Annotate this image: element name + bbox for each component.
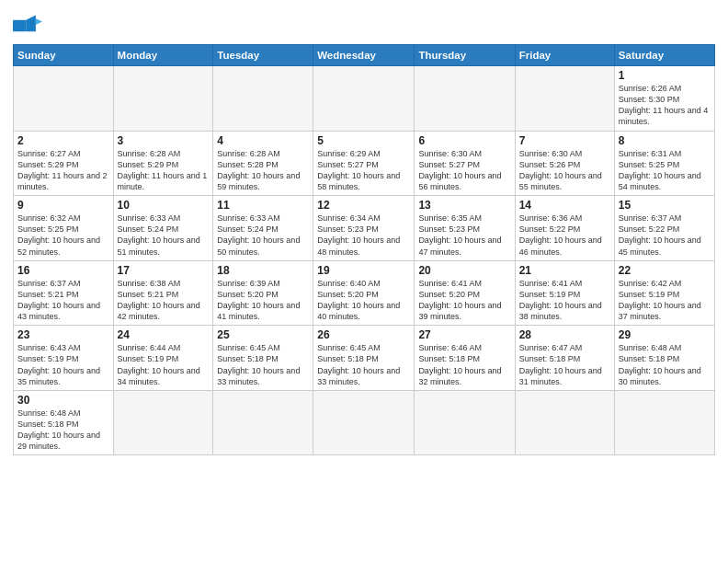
- week-row-0: 1Sunrise: 6:26 AM Sunset: 5:30 PM Daylig…: [14, 66, 715, 132]
- day-cell: 9Sunrise: 6:32 AM Sunset: 5:25 PM Daylig…: [14, 196, 114, 261]
- day-cell: 19Sunrise: 6:40 AM Sunset: 5:20 PM Dayli…: [313, 260, 415, 326]
- day-info: Sunrise: 6:42 AM Sunset: 5:19 PM Dayligh…: [619, 278, 711, 323]
- day-number: 9: [17, 199, 109, 212]
- day-number: 28: [519, 328, 610, 341]
- day-number: 24: [118, 328, 210, 341]
- day-info: Sunrise: 6:37 AM Sunset: 5:22 PM Dayligh…: [619, 213, 711, 258]
- day-cell: 26Sunrise: 6:45 AM Sunset: 5:18 PM Dayli…: [313, 326, 415, 391]
- weekday-header-saturday: Saturday: [614, 45, 714, 66]
- day-cell: [213, 66, 313, 132]
- day-cell: 27Sunrise: 6:46 AM Sunset: 5:18 PM Dayli…: [415, 326, 515, 391]
- day-cell: [313, 390, 415, 455]
- logo: [13, 13, 46, 39]
- day-cell: 11Sunrise: 6:33 AM Sunset: 5:24 PM Dayli…: [213, 196, 313, 261]
- day-cell: 28Sunrise: 6:47 AM Sunset: 5:18 PM Dayli…: [515, 326, 614, 391]
- day-number: 17: [118, 264, 210, 277]
- day-number: 10: [118, 199, 210, 212]
- day-cell: [14, 66, 114, 132]
- day-number: 29: [619, 328, 711, 341]
- day-info: Sunrise: 6:26 AM Sunset: 5:30 PM Dayligh…: [619, 83, 711, 128]
- day-cell: 1Sunrise: 6:26 AM Sunset: 5:30 PM Daylig…: [614, 66, 714, 132]
- day-cell: [213, 390, 313, 455]
- day-cell: [113, 390, 213, 455]
- day-info: Sunrise: 6:36 AM Sunset: 5:22 PM Dayligh…: [519, 213, 610, 258]
- day-info: Sunrise: 6:48 AM Sunset: 5:18 PM Dayligh…: [17, 408, 109, 453]
- day-cell: 7Sunrise: 6:30 AM Sunset: 5:26 PM Daylig…: [515, 131, 614, 196]
- day-number: 12: [317, 199, 410, 212]
- day-number: 8: [619, 134, 711, 147]
- day-cell: 17Sunrise: 6:38 AM Sunset: 5:21 PM Dayli…: [113, 260, 213, 326]
- calendar-table: SundayMondayTuesdayWednesdayThursdayFrid…: [13, 44, 715, 455]
- day-cell: 24Sunrise: 6:44 AM Sunset: 5:19 PM Dayli…: [113, 326, 213, 391]
- day-cell: 23Sunrise: 6:43 AM Sunset: 5:19 PM Dayli…: [14, 326, 114, 391]
- day-cell: 2Sunrise: 6:27 AM Sunset: 5:29 PM Daylig…: [14, 131, 114, 196]
- day-info: Sunrise: 6:30 AM Sunset: 5:26 PM Dayligh…: [519, 148, 610, 193]
- day-cell: 18Sunrise: 6:39 AM Sunset: 5:20 PM Dayli…: [213, 260, 313, 326]
- day-cell: 4Sunrise: 6:28 AM Sunset: 5:28 PM Daylig…: [213, 131, 313, 196]
- day-number: 2: [17, 134, 109, 147]
- day-number: 21: [519, 264, 610, 277]
- day-number: 25: [217, 328, 309, 341]
- day-cell: [415, 66, 515, 132]
- day-info: Sunrise: 6:41 AM Sunset: 5:20 PM Dayligh…: [418, 278, 510, 323]
- day-cell: 22Sunrise: 6:42 AM Sunset: 5:19 PM Dayli…: [614, 260, 714, 326]
- day-info: Sunrise: 6:41 AM Sunset: 5:19 PM Dayligh…: [519, 278, 610, 323]
- day-cell: 29Sunrise: 6:48 AM Sunset: 5:18 PM Dayli…: [614, 326, 714, 391]
- weekday-header-thursday: Thursday: [415, 45, 515, 66]
- weekday-header-monday: Monday: [113, 45, 213, 66]
- day-cell: 21Sunrise: 6:41 AM Sunset: 5:19 PM Dayli…: [515, 260, 614, 326]
- day-number: 13: [418, 199, 510, 212]
- day-number: 27: [418, 328, 510, 341]
- day-info: Sunrise: 6:28 AM Sunset: 5:28 PM Dayligh…: [217, 148, 309, 193]
- day-info: Sunrise: 6:46 AM Sunset: 5:18 PM Dayligh…: [418, 342, 510, 387]
- day-number: 3: [118, 134, 210, 147]
- day-info: Sunrise: 6:39 AM Sunset: 5:20 PM Dayligh…: [217, 278, 309, 323]
- day-info: Sunrise: 6:47 AM Sunset: 5:18 PM Dayligh…: [519, 342, 610, 387]
- header: [13, 9, 715, 39]
- svg-marker-2: [36, 18, 42, 25]
- day-info: Sunrise: 6:48 AM Sunset: 5:18 PM Dayligh…: [619, 342, 711, 387]
- day-cell: 6Sunrise: 6:30 AM Sunset: 5:27 PM Daylig…: [415, 131, 515, 196]
- svg-rect-0: [13, 20, 26, 31]
- day-number: 15: [619, 199, 711, 212]
- day-number: 1: [619, 69, 711, 82]
- day-cell: 16Sunrise: 6:37 AM Sunset: 5:21 PM Dayli…: [14, 260, 114, 326]
- day-number: 22: [619, 264, 711, 277]
- day-number: 30: [17, 394, 109, 407]
- day-cell: [614, 390, 714, 455]
- day-number: 11: [217, 199, 309, 212]
- day-number: 16: [17, 264, 109, 277]
- main-container: SundayMondayTuesdayWednesdayThursdayFrid…: [0, 0, 728, 563]
- day-info: Sunrise: 6:35 AM Sunset: 5:23 PM Dayligh…: [418, 213, 510, 258]
- day-info: Sunrise: 6:34 AM Sunset: 5:23 PM Dayligh…: [317, 213, 410, 258]
- weekday-header-tuesday: Tuesday: [213, 45, 313, 66]
- week-row-3: 16Sunrise: 6:37 AM Sunset: 5:21 PM Dayli…: [14, 260, 715, 326]
- day-cell: 5Sunrise: 6:29 AM Sunset: 5:27 PM Daylig…: [313, 131, 415, 196]
- day-cell: 13Sunrise: 6:35 AM Sunset: 5:23 PM Dayli…: [415, 196, 515, 261]
- day-info: Sunrise: 6:32 AM Sunset: 5:25 PM Dayligh…: [17, 213, 109, 258]
- day-cell: [113, 66, 213, 132]
- day-number: 6: [418, 134, 510, 147]
- day-info: Sunrise: 6:38 AM Sunset: 5:21 PM Dayligh…: [118, 278, 210, 323]
- day-info: Sunrise: 6:33 AM Sunset: 5:24 PM Dayligh…: [118, 213, 210, 258]
- week-row-1: 2Sunrise: 6:27 AM Sunset: 5:29 PM Daylig…: [14, 131, 715, 196]
- day-number: 5: [317, 134, 410, 147]
- day-info: Sunrise: 6:31 AM Sunset: 5:25 PM Dayligh…: [619, 148, 711, 193]
- day-cell: [515, 390, 614, 455]
- day-info: Sunrise: 6:45 AM Sunset: 5:18 PM Dayligh…: [317, 342, 410, 387]
- day-number: 18: [217, 264, 309, 277]
- day-number: 26: [317, 328, 410, 341]
- day-cell: 3Sunrise: 6:28 AM Sunset: 5:29 PM Daylig…: [113, 131, 213, 196]
- day-cell: [515, 66, 614, 132]
- day-info: Sunrise: 6:44 AM Sunset: 5:19 PM Dayligh…: [118, 342, 210, 387]
- day-info: Sunrise: 6:28 AM Sunset: 5:29 PM Dayligh…: [118, 148, 210, 193]
- weekday-header-friday: Friday: [515, 45, 614, 66]
- day-info: Sunrise: 6:27 AM Sunset: 5:29 PM Dayligh…: [17, 148, 109, 193]
- weekday-header-sunday: Sunday: [14, 45, 114, 66]
- day-cell: 10Sunrise: 6:33 AM Sunset: 5:24 PM Dayli…: [113, 196, 213, 261]
- weekday-header-row: SundayMondayTuesdayWednesdayThursdayFrid…: [14, 45, 715, 66]
- day-number: 14: [519, 199, 610, 212]
- svg-marker-1: [26, 15, 36, 31]
- day-info: Sunrise: 6:29 AM Sunset: 5:27 PM Dayligh…: [317, 148, 410, 193]
- day-info: Sunrise: 6:30 AM Sunset: 5:27 PM Dayligh…: [418, 148, 510, 193]
